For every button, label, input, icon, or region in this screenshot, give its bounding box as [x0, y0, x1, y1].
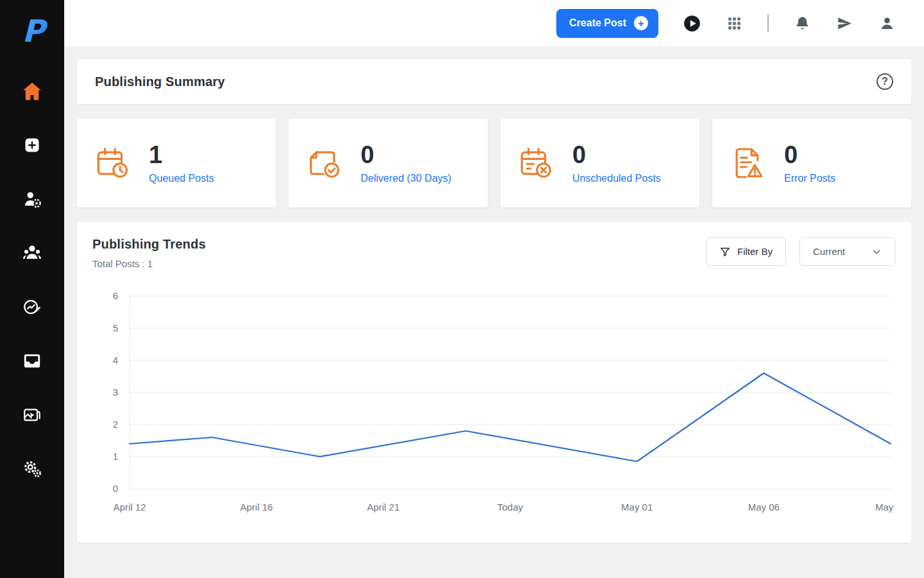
- create-post-button[interactable]: Create Post +: [556, 9, 658, 38]
- logo-p-icon: P: [16, 15, 48, 49]
- topbar-divider: [767, 14, 769, 32]
- svg-text:4: 4: [113, 355, 118, 365]
- svg-text:0: 0: [113, 483, 118, 494]
- stat-card-delivered[interactable]: 0 Delivered (30 Days): [289, 119, 488, 207]
- svg-text:P: P: [22, 15, 48, 49]
- svg-text:May 06: May 06: [748, 502, 780, 512]
- plus-icon: +: [634, 16, 648, 30]
- calendar-clock-icon: [94, 144, 131, 182]
- members-icon: [22, 243, 42, 263]
- settings-icon: [22, 459, 42, 478]
- account-settings-icon: [22, 189, 42, 209]
- error-posts-value: 0: [784, 142, 835, 169]
- create-post-label: Create Post: [569, 17, 626, 29]
- total-posts-label: Total Posts : 1: [92, 258, 206, 269]
- trends-header: Publishing Trends Total Posts : 1 Filter…: [92, 237, 896, 269]
- unscheduled-value: 0: [572, 142, 661, 169]
- create-post-icon: [23, 136, 41, 154]
- publishing-trends-title: Publishing Trends: [92, 237, 206, 252]
- svg-text:April 12: April 12: [114, 502, 146, 512]
- apps-grid-icon[interactable]: [725, 14, 743, 32]
- analytics-icon: [22, 297, 42, 317]
- queued-posts-label[interactable]: Queued Posts: [149, 173, 214, 184]
- range-dropdown[interactable]: Current: [800, 237, 896, 266]
- filter-by-button[interactable]: Filter By: [706, 237, 786, 266]
- send-icon[interactable]: [835, 14, 853, 32]
- svg-text:6: 6: [113, 290, 118, 301]
- funnel-icon: [719, 246, 731, 258]
- filter-by-label: Filter By: [737, 246, 773, 257]
- trends-chart: 0123456April 12April 16April 21TodayMay …: [92, 285, 896, 522]
- help-icon[interactable]: ?: [877, 73, 893, 90]
- svg-text:5: 5: [113, 322, 118, 333]
- inbox-icon: [22, 351, 42, 371]
- sidebar-item-media[interactable]: [21, 403, 44, 426]
- app-logo[interactable]: P: [15, 14, 49, 50]
- trends-title-block: Publishing Trends Total Posts : 1: [92, 237, 206, 269]
- stat-text: 0 Error Posts: [784, 142, 835, 184]
- delivered-value: 0: [361, 142, 451, 169]
- svg-text:Today: Today: [497, 502, 524, 512]
- topbar: Create Post +: [64, 0, 924, 46]
- sidebar-item-account[interactable]: [21, 188, 44, 211]
- chevron-down-icon: [871, 246, 882, 258]
- unscheduled-label[interactable]: Unscheduled Posts: [572, 173, 661, 184]
- sidebar: P: [0, 0, 64, 578]
- home-icon: [21, 80, 43, 102]
- main-column: Create Post +: [64, 0, 924, 578]
- sidebar-item-create[interactable]: [21, 134, 44, 157]
- sidebar-item-inbox[interactable]: [21, 349, 44, 372]
- error-posts-label[interactable]: Error Posts: [784, 173, 835, 184]
- publishing-summary-title: Publishing Summary: [95, 74, 225, 89]
- svg-text:April 16: April 16: [240, 502, 273, 512]
- sidebar-item-members[interactable]: [21, 241, 44, 265]
- svg-text:2: 2: [113, 419, 118, 430]
- sidebar-nav: [21, 80, 44, 480]
- summary-stats-row: 1 Queued Posts 0 Delivered (30 Days): [77, 119, 911, 207]
- stat-text: 0 Delivered (30 Days): [361, 142, 451, 184]
- svg-text:May 11: May 11: [875, 502, 896, 512]
- stat-text: 1 Queued Posts: [149, 142, 214, 184]
- range-selected-value: Current: [813, 246, 845, 257]
- publishing-trends-card: Publishing Trends Total Posts : 1 Filter…: [77, 222, 911, 543]
- sidebar-item-analytics[interactable]: [21, 295, 44, 319]
- app-root: P: [0, 0, 924, 578]
- bell-icon[interactable]: [793, 14, 811, 32]
- svg-text:May 01: May 01: [621, 502, 653, 512]
- calendar-check-icon: [305, 144, 343, 182]
- publishing-summary-card: Publishing Summary ?: [77, 59, 911, 104]
- svg-text:3: 3: [113, 387, 118, 398]
- media-library-icon: [22, 405, 42, 425]
- calendar-x-icon: [517, 144, 554, 182]
- svg-text:1: 1: [113, 451, 118, 462]
- stat-card-error[interactable]: 0 Error Posts: [712, 119, 911, 207]
- stat-text: 0 Unscheduled Posts: [572, 142, 661, 184]
- queued-posts-value: 1: [149, 142, 214, 169]
- sidebar-item-settings[interactable]: [21, 457, 44, 480]
- play-circle-icon[interactable]: [683, 14, 701, 32]
- sidebar-item-home[interactable]: [21, 80, 44, 103]
- profile-icon[interactable]: [878, 14, 896, 32]
- dashboard-content: Publishing Summary ? 1 Queued Posts: [64, 46, 924, 578]
- stat-card-queued[interactable]: 1 Queued Posts: [77, 119, 276, 207]
- document-warning-icon: [729, 144, 766, 182]
- svg-text:April 21: April 21: [367, 502, 400, 512]
- delivered-label[interactable]: Delivered (30 Days): [361, 173, 451, 184]
- trends-controls: Filter By Current: [706, 237, 896, 266]
- stat-card-unscheduled[interactable]: 0 Unscheduled Posts: [501, 119, 699, 207]
